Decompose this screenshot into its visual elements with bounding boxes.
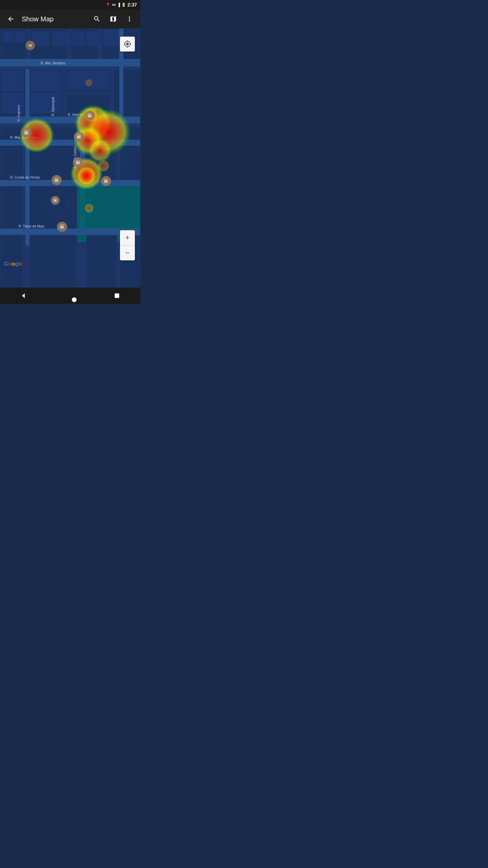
- museum-icon-2: 🏛: [77, 134, 81, 139]
- svg-marker-69: [22, 293, 25, 298]
- svg-rect-32: [29, 235, 77, 288]
- svg-rect-41: [103, 30, 119, 45]
- map-marker-6[interactable]: 🏛: [101, 176, 111, 186]
- battery-icon: 🔋: [121, 3, 126, 7]
- svg-point-64: [97, 160, 109, 172]
- svg-rect-38: [53, 32, 68, 45]
- building-icon-4: 🏛: [104, 178, 108, 184]
- svg-rect-39: [73, 32, 85, 45]
- status-bar: 📍 4G ▐ 🔋 2:37: [0, 0, 140, 9]
- building-icon-6: 🏛: [60, 224, 64, 230]
- svg-point-65: [85, 79, 93, 87]
- navigation-bar: [0, 288, 140, 304]
- location-icon: 📍: [106, 3, 110, 7]
- map-container[interactable]: R. Mal. Deodoro Rua Dona Alexandrina R. …: [0, 28, 140, 288]
- svg-rect-45: [30, 93, 61, 113]
- svg-rect-33: [86, 235, 117, 288]
- svg-rect-37: [32, 32, 49, 45]
- app-bar: Show Map: [0, 9, 140, 28]
- svg-point-66: [84, 203, 94, 213]
- svg-rect-42: [2, 71, 24, 91]
- signal-4g-icon: 4G: [112, 3, 116, 6]
- svg-rect-40: [86, 32, 98, 45]
- map-marker-8[interactable]: 🏛: [57, 222, 67, 232]
- svg-rect-11: [114, 69, 140, 117]
- svg-rect-25: [0, 180, 140, 186]
- more-options-button[interactable]: [124, 14, 135, 24]
- status-time: 2:37: [127, 2, 137, 7]
- svg-rect-71: [115, 293, 119, 298]
- back-nav-button[interactable]: [17, 290, 29, 302]
- svg-rect-44: [30, 71, 61, 91]
- zoom-in-button[interactable]: +: [120, 230, 135, 245]
- svg-rect-30: [0, 229, 140, 235]
- svg-rect-6: [0, 59, 140, 66]
- svg-text:✉: ✉: [28, 43, 32, 48]
- svg-text:R. Episcopal: R. Episcopal: [51, 97, 55, 116]
- svg-rect-43: [2, 93, 24, 113]
- page-title: Show Map: [22, 15, 86, 23]
- building-icon-3: 🏛: [54, 177, 59, 183]
- building-icon-2: 🏛: [76, 160, 80, 165]
- back-button[interactable]: [5, 14, 16, 24]
- building-icon-5: 🏛: [53, 198, 57, 203]
- svg-text:R. Nogueira: R. Nogueira: [17, 105, 20, 121]
- map-marker-3[interactable]: 🏛: [21, 127, 32, 138]
- svg-text:R. Treze de Maio: R. Treze de Maio: [19, 224, 45, 228]
- map-marker-1[interactable]: 🏛: [85, 111, 95, 121]
- zoom-controls: + −: [120, 230, 135, 260]
- svg-rect-35: [3, 32, 14, 42]
- recents-nav-button[interactable]: [111, 290, 123, 302]
- svg-text:R. Conde do Pinhal: R. Conde do Pinhal: [10, 176, 40, 179]
- svg-rect-36: [15, 32, 25, 42]
- svg-point-70: [72, 297, 77, 302]
- zoom-out-button[interactable]: −: [120, 245, 135, 260]
- home-nav-button[interactable]: [64, 290, 76, 302]
- building-icon: 🏛: [24, 130, 29, 135]
- signal-bars-icon: ▐: [117, 3, 120, 7]
- google-logo: Google: [4, 261, 23, 267]
- svg-text:R. Mal. Deodoro: R. Mal. Deodoro: [41, 61, 65, 65]
- map-type-button[interactable]: [108, 14, 119, 24]
- map-marker-7[interactable]: 🏛: [51, 196, 60, 205]
- svg-rect-12: [25, 69, 29, 245]
- map-marker-2[interactable]: 🏛: [74, 132, 84, 142]
- my-location-button[interactable]: [120, 37, 135, 52]
- map-marker-4[interactable]: 🏛: [73, 157, 83, 167]
- svg-point-63: [76, 166, 97, 186]
- search-button[interactable]: [92, 14, 102, 24]
- svg-rect-27: [0, 186, 23, 230]
- museum-icon: 🏛: [87, 113, 92, 118]
- google-watermark: Google: [4, 261, 23, 267]
- map-marker-5[interactable]: 🏛: [52, 175, 62, 185]
